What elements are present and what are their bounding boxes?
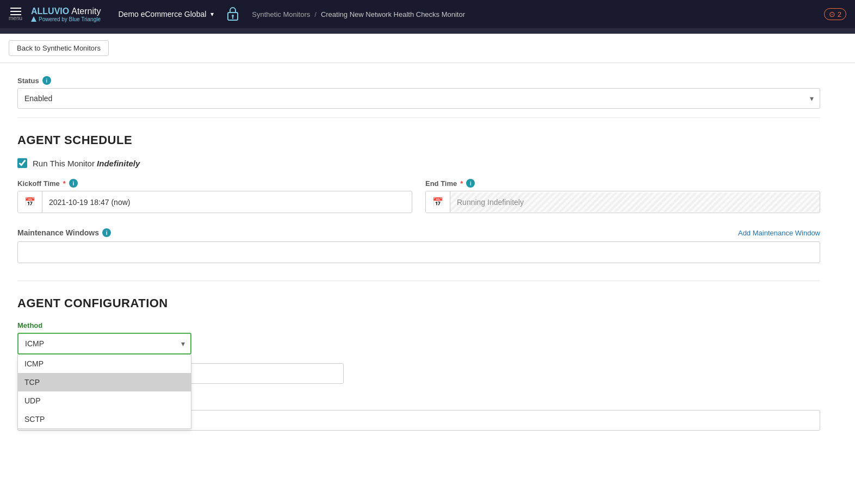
kickoff-info-icon[interactable]: i — [69, 179, 78, 188]
run-indefinitely-row: Run This Monitor Indefinitely — [17, 158, 820, 168]
alert-badge[interactable]: ⊙ 2 — [824, 8, 846, 20]
status-field-group: Status i Enabled Disabled ▾ — [17, 76, 820, 109]
method-label: Method — [17, 321, 820, 329]
status-info-icon[interactable]: i — [42, 76, 51, 85]
breadcrumb-current: Creating New Network Health Checks Monit… — [321, 10, 465, 18]
end-time-input-wrapper: 📅 Running Indefinitely — [425, 191, 820, 213]
alluvio-label: ALLUVIO — [31, 7, 69, 16]
agent-schedule-heading: AGENT SCHEDULE — [17, 133, 820, 147]
maintenance-info-icon[interactable]: i — [102, 228, 111, 237]
breadcrumb: Synthetic Monitors / Creating New Networ… — [252, 10, 815, 18]
form-section: Status i Enabled Disabled ▾ AGENT SCHEDU… — [0, 63, 838, 444]
end-calendar-icon[interactable]: 📅 — [426, 191, 450, 213]
kickoff-time-label: Kickoff Time * i — [17, 179, 412, 188]
sub-bar — [0, 28, 855, 34]
kickoff-required-star: * — [63, 179, 66, 188]
status-select[interactable]: Enabled Disabled — [17, 88, 820, 109]
add-maintenance-link[interactable]: Add Maintenance Window — [738, 229, 820, 237]
method-select-wrapper: ICMP TCP UDP SCTP ▾ ICMP TCP UDP SCTP — [17, 333, 191, 354]
breadcrumb-separator: / — [314, 10, 317, 18]
alert-icon: ⊙ — [829, 10, 835, 18]
hamburger-icon — [10, 8, 21, 15]
chevron-down-icon: ▾ — [210, 10, 214, 18]
method-select[interactable]: ICMP TCP UDP SCTP — [17, 333, 191, 354]
account-name: Demo eCommerce Global — [118, 10, 206, 18]
back-button[interactable]: Back to Synthetic Monitors — [9, 40, 109, 56]
brand: ALLUVIO Aternity Powered by Blue Triangl… — [31, 7, 101, 22]
run-indefinitely-label: Run This Monitor Indefinitely — [33, 159, 140, 168]
end-time-group: End Time * i 📅 Running Indefinitely — [425, 179, 820, 213]
kickoff-calendar-icon[interactable]: 📅 — [18, 191, 42, 213]
agent-config-divider — [17, 281, 820, 281]
method-dropdown: ICMP TCP UDP SCTP — [17, 354, 191, 429]
run-indefinitely-checkbox[interactable] — [17, 158, 27, 168]
hamburger-menu[interactable]: menu — [9, 8, 22, 21]
end-required-star: * — [460, 179, 463, 188]
breadcrumb-parent[interactable]: Synthetic Monitors — [252, 10, 310, 18]
maintenance-header: Maintenance Windows i Add Maintenance Wi… — [17, 228, 820, 237]
page-content: Back to Synthetic Monitors Status i Enab… — [0, 34, 855, 504]
aternity-label: Aternity — [71, 7, 101, 16]
end-info-icon[interactable]: i — [466, 179, 475, 188]
dropdown-option-udp[interactable]: UDP — [18, 391, 191, 410]
divider — [17, 117, 820, 118]
agent-configuration-heading: AGENT CONFIGURATION — [17, 296, 820, 310]
status-select-wrapper: Enabled Disabled ▾ — [17, 88, 820, 109]
dropdown-option-icmp[interactable]: ICMP — [18, 354, 191, 373]
top-nav: menu ALLUVIO Aternity Powered by Blue Tr… — [0, 0, 855, 28]
time-fields-row: Kickoff Time * i 📅 2021-10-19 18:47 (now… — [17, 179, 820, 213]
dropdown-option-sctp[interactable]: SCTP — [18, 410, 191, 428]
kickoff-time-value: 2021-10-19 18:47 (now) — [42, 192, 412, 212]
powered-by-label: Powered by Blue Triangle — [39, 16, 101, 22]
maintenance-label-row: Maintenance Windows i — [17, 228, 111, 237]
account-selector[interactable]: Demo eCommerce Global ▾ — [118, 10, 214, 18]
status-label: Status i — [17, 76, 820, 85]
kickoff-time-group: Kickoff Time * i 📅 2021-10-19 18:47 (now… — [17, 179, 412, 213]
alert-count: 2 — [838, 10, 841, 18]
maintenance-windows-section: Maintenance Windows i Add Maintenance Wi… — [17, 228, 820, 263]
end-time-label: End Time * i — [425, 179, 820, 188]
svg-marker-0 — [31, 16, 36, 22]
triangle-icon — [31, 16, 36, 22]
method-field-group: Method ICMP TCP UDP SCTP ▾ ICMP TCP UDP … — [17, 321, 820, 354]
maintenance-windows-box — [17, 241, 820, 263]
menu-label: menu — [9, 15, 22, 21]
end-time-value: Running Indefinitely — [450, 192, 820, 212]
back-button-row: Back to Synthetic Monitors — [0, 34, 855, 63]
lock-icon[interactable] — [227, 6, 239, 23]
kickoff-time-input-wrapper: 📅 2021-10-19 18:47 (now) — [17, 191, 412, 213]
dropdown-option-tcp[interactable]: TCP — [18, 373, 191, 391]
